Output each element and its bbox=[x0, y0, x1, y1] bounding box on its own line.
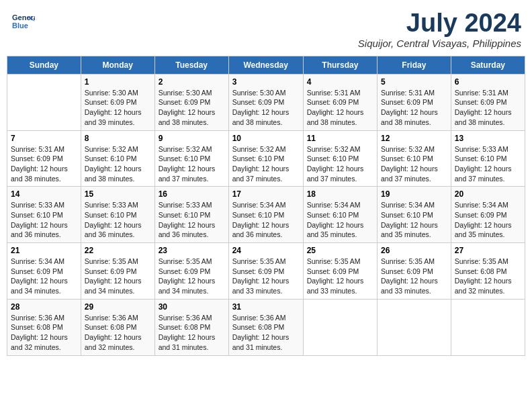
day-info: Sunrise: 5:32 AM Sunset: 6:10 PM Dayligh… bbox=[159, 144, 225, 184]
calendar-cell: 30Sunrise: 5:36 AM Sunset: 6:08 PM Dayli… bbox=[154, 299, 228, 355]
day-number: 28 bbox=[11, 302, 77, 312]
calendar-cell: 1Sunrise: 5:30 AM Sunset: 6:09 PM Daylig… bbox=[81, 74, 154, 130]
day-number: 7 bbox=[11, 134, 77, 143]
day-number: 18 bbox=[307, 189, 373, 199]
day-number: 22 bbox=[85, 246, 151, 255]
calendar-cell: 27Sunrise: 5:35 AM Sunset: 6:08 PM Dayli… bbox=[451, 243, 525, 300]
calendar-cell: 17Sunrise: 5:34 AM Sunset: 6:10 PM Dayli… bbox=[228, 187, 303, 243]
calendar-cell: 2Sunrise: 5:30 AM Sunset: 6:09 PM Daylig… bbox=[154, 74, 228, 130]
day-info: Sunrise: 5:35 AM Sunset: 6:09 PM Dayligh… bbox=[159, 257, 225, 296]
day-number: 24 bbox=[232, 246, 300, 255]
calendar-cell: 12Sunrise: 5:32 AM Sunset: 6:10 PM Dayli… bbox=[378, 130, 451, 187]
header-day-thursday: Thursday bbox=[303, 56, 377, 74]
day-info: Sunrise: 5:35 AM Sunset: 6:09 PM Dayligh… bbox=[307, 257, 373, 296]
day-info: Sunrise: 5:36 AM Sunset: 6:08 PM Dayligh… bbox=[232, 313, 300, 353]
day-info: Sunrise: 5:33 AM Sunset: 6:10 PM Dayligh… bbox=[455, 144, 521, 184]
calendar-cell: 15Sunrise: 5:33 AM Sunset: 6:10 PM Dayli… bbox=[81, 187, 154, 243]
calendar-cell: 16Sunrise: 5:33 AM Sunset: 6:10 PM Dayli… bbox=[154, 187, 228, 243]
day-number: 31 bbox=[232, 302, 300, 312]
day-info: Sunrise: 5:33 AM Sunset: 6:10 PM Dayligh… bbox=[159, 200, 225, 240]
general-blue-logo-icon: General Blue bbox=[11, 9, 35, 34]
header-day-monday: Monday bbox=[81, 56, 154, 74]
calendar-header: SundayMondayTuesdayWednesdayThursdayFrid… bbox=[7, 56, 525, 74]
header-row: SundayMondayTuesdayWednesdayThursdayFrid… bbox=[7, 56, 525, 74]
calendar-cell: 13Sunrise: 5:33 AM Sunset: 6:10 PM Dayli… bbox=[451, 130, 525, 187]
header-day-wednesday: Wednesday bbox=[228, 56, 303, 74]
week-row-1: 1Sunrise: 5:30 AM Sunset: 6:09 PM Daylig… bbox=[7, 74, 525, 130]
header-day-sunday: Sunday bbox=[7, 56, 81, 74]
day-number: 11 bbox=[307, 134, 373, 143]
day-info: Sunrise: 5:30 AM Sunset: 6:09 PM Dayligh… bbox=[159, 88, 225, 128]
day-number: 16 bbox=[159, 189, 225, 199]
day-number: 26 bbox=[381, 246, 447, 255]
day-number: 21 bbox=[11, 246, 77, 255]
calendar-cell: 3Sunrise: 5:30 AM Sunset: 6:09 PM Daylig… bbox=[228, 74, 303, 130]
calendar-cell: 23Sunrise: 5:35 AM Sunset: 6:09 PM Dayli… bbox=[154, 243, 228, 300]
calendar-cell: 21Sunrise: 5:34 AM Sunset: 6:09 PM Dayli… bbox=[7, 243, 81, 300]
week-row-4: 21Sunrise: 5:34 AM Sunset: 6:09 PM Dayli… bbox=[7, 243, 525, 300]
day-info: Sunrise: 5:36 AM Sunset: 6:08 PM Dayligh… bbox=[11, 313, 77, 353]
day-number: 23 bbox=[159, 246, 225, 255]
day-number: 29 bbox=[85, 302, 151, 312]
week-row-2: 7Sunrise: 5:31 AM Sunset: 6:09 PM Daylig… bbox=[7, 130, 525, 187]
day-number: 9 bbox=[159, 134, 225, 143]
calendar-cell: 6Sunrise: 5:31 AM Sunset: 6:09 PM Daylig… bbox=[451, 74, 525, 130]
calendar-cell bbox=[451, 299, 525, 355]
day-info: Sunrise: 5:31 AM Sunset: 6:09 PM Dayligh… bbox=[11, 144, 77, 184]
calendar-cell: 8Sunrise: 5:32 AM Sunset: 6:10 PM Daylig… bbox=[81, 130, 154, 187]
day-number: 5 bbox=[381, 77, 447, 87]
day-info: Sunrise: 5:30 AM Sunset: 6:09 PM Dayligh… bbox=[85, 88, 151, 128]
week-row-5: 28Sunrise: 5:36 AM Sunset: 6:08 PM Dayli… bbox=[7, 299, 525, 355]
day-info: Sunrise: 5:33 AM Sunset: 6:10 PM Dayligh… bbox=[11, 200, 77, 240]
header-day-saturday: Saturday bbox=[451, 56, 525, 74]
day-info: Sunrise: 5:35 AM Sunset: 6:09 PM Dayligh… bbox=[232, 257, 300, 296]
day-number: 1 bbox=[85, 77, 151, 87]
day-number: 17 bbox=[232, 189, 300, 199]
calendar-cell bbox=[378, 299, 451, 355]
calendar-cell: 10Sunrise: 5:32 AM Sunset: 6:10 PM Dayli… bbox=[228, 130, 303, 187]
day-info: Sunrise: 5:32 AM Sunset: 6:10 PM Dayligh… bbox=[381, 144, 447, 184]
day-info: Sunrise: 5:33 AM Sunset: 6:10 PM Dayligh… bbox=[85, 200, 151, 240]
day-info: Sunrise: 5:34 AM Sunset: 6:10 PM Dayligh… bbox=[232, 200, 300, 240]
day-info: Sunrise: 5:34 AM Sunset: 6:10 PM Dayligh… bbox=[381, 200, 447, 240]
day-info: Sunrise: 5:34 AM Sunset: 6:10 PM Dayligh… bbox=[307, 200, 373, 240]
day-number: 27 bbox=[455, 246, 521, 255]
calendar-cell: 18Sunrise: 5:34 AM Sunset: 6:10 PM Dayli… bbox=[303, 187, 377, 243]
day-info: Sunrise: 5:34 AM Sunset: 6:09 PM Dayligh… bbox=[455, 200, 521, 240]
week-row-3: 14Sunrise: 5:33 AM Sunset: 6:10 PM Dayli… bbox=[7, 187, 525, 243]
month-title: July 2024 bbox=[358, 9, 521, 38]
day-info: Sunrise: 5:36 AM Sunset: 6:08 PM Dayligh… bbox=[159, 313, 225, 353]
calendar-cell: 7Sunrise: 5:31 AM Sunset: 6:09 PM Daylig… bbox=[7, 130, 81, 187]
calendar-cell: 25Sunrise: 5:35 AM Sunset: 6:09 PM Dayli… bbox=[303, 243, 377, 300]
day-info: Sunrise: 5:31 AM Sunset: 6:09 PM Dayligh… bbox=[455, 88, 521, 128]
day-number: 12 bbox=[381, 134, 447, 143]
calendar-body: 1Sunrise: 5:30 AM Sunset: 6:09 PM Daylig… bbox=[7, 74, 525, 355]
day-number: 13 bbox=[455, 134, 521, 143]
calendar-cell: 14Sunrise: 5:33 AM Sunset: 6:10 PM Dayli… bbox=[7, 187, 81, 243]
calendar-cell: 22Sunrise: 5:35 AM Sunset: 6:09 PM Dayli… bbox=[81, 243, 154, 300]
calendar-cell bbox=[7, 74, 81, 130]
svg-text:General: General bbox=[12, 13, 35, 21]
day-number: 8 bbox=[85, 134, 151, 143]
page-header: General Blue July 2024 Siquijor, Central… bbox=[7, 7, 525, 52]
calendar-cell: 31Sunrise: 5:36 AM Sunset: 6:08 PM Dayli… bbox=[228, 299, 303, 355]
day-info: Sunrise: 5:32 AM Sunset: 6:10 PM Dayligh… bbox=[232, 144, 300, 184]
calendar-cell: 9Sunrise: 5:32 AM Sunset: 6:10 PM Daylig… bbox=[154, 130, 228, 187]
day-number: 14 bbox=[11, 189, 77, 199]
day-info: Sunrise: 5:30 AM Sunset: 6:09 PM Dayligh… bbox=[232, 88, 300, 128]
svg-text:Blue: Blue bbox=[12, 21, 28, 30]
calendar-cell: 20Sunrise: 5:34 AM Sunset: 6:09 PM Dayli… bbox=[451, 187, 525, 243]
calendar-cell: 29Sunrise: 5:36 AM Sunset: 6:08 PM Dayli… bbox=[81, 299, 154, 355]
day-number: 20 bbox=[455, 189, 521, 199]
day-number: 30 bbox=[159, 302, 225, 312]
calendar-cell: 19Sunrise: 5:34 AM Sunset: 6:10 PM Dayli… bbox=[378, 187, 451, 243]
day-info: Sunrise: 5:35 AM Sunset: 6:08 PM Dayligh… bbox=[455, 257, 521, 296]
calendar-cell: 26Sunrise: 5:35 AM Sunset: 6:09 PM Dayli… bbox=[378, 243, 451, 300]
title-block: July 2024 Siquijor, Central Visayas, Phi… bbox=[358, 9, 521, 49]
calendar-cell: 5Sunrise: 5:31 AM Sunset: 6:09 PM Daylig… bbox=[378, 74, 451, 130]
header-day-tuesday: Tuesday bbox=[154, 56, 228, 74]
day-info: Sunrise: 5:31 AM Sunset: 6:09 PM Dayligh… bbox=[381, 88, 447, 128]
day-number: 3 bbox=[232, 77, 300, 87]
day-number: 2 bbox=[159, 77, 225, 87]
day-number: 6 bbox=[455, 77, 521, 87]
